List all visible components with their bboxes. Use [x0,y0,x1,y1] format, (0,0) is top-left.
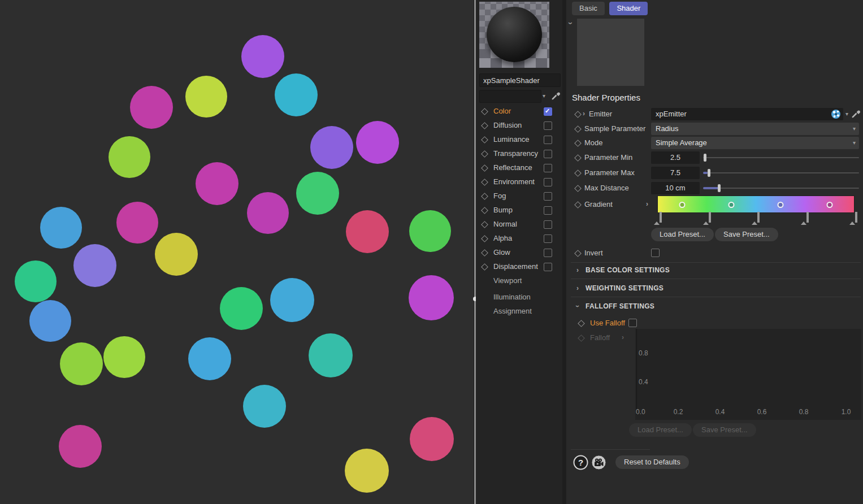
keyframe-diamond-icon[interactable] [481,122,488,129]
keyframe-diamond-icon[interactable] [481,207,488,214]
graph-x-tick: 0.2 [674,408,683,416]
channel-row[interactable]: Diffusion [476,119,562,132]
parameter-max-slider[interactable] [703,172,859,173]
keyframe-diamond-icon[interactable] [574,170,582,177]
keyframe-diamond-icon[interactable] [481,179,488,186]
gradient-knot[interactable] [751,213,760,221]
channel-checkbox[interactable] [544,249,552,257]
keyframe-diamond-icon[interactable] [481,164,488,172]
channel-row[interactable]: Fog [476,189,562,203]
channel-row[interactable]: Transparency [476,147,562,160]
shader-preview-box[interactable] [577,19,644,86]
channel-label: Transparency [493,149,538,158]
channel-row[interactable]: Reflectance [476,161,562,175]
gradient-midpoint-handle[interactable] [679,202,686,208]
max-distance-slider[interactable] [703,188,859,189]
keyframe-diamond-icon[interactable] [481,136,488,144]
chevron-down-icon[interactable]: ▾ [543,90,545,102]
gradient-knot[interactable] [849,213,858,221]
keyframe-diamond-icon[interactable] [574,140,582,147]
channel-row[interactable]: Normal [476,218,562,231]
keyframe-diamond-icon[interactable] [481,108,488,115]
parameter-min-input[interactable]: 2.5 [651,151,700,164]
keyframe-diamond-icon[interactable] [574,111,582,118]
gradient-expand-chevron-icon[interactable]: › [646,200,648,208]
gradient-knot[interactable] [800,213,809,221]
keyframe-diamond-icon[interactable] [574,125,582,133]
particle [346,210,389,253]
gradient-midpoint-handle[interactable] [777,202,783,208]
channel-label: Displacement [493,262,538,271]
gradient-knot[interactable] [653,213,662,221]
page-item-assignment[interactable]: Assignment [493,307,532,315]
tab-basic[interactable]: Basic [572,2,605,15]
channel-checkbox[interactable] [544,263,552,271]
eyedropper-icon[interactable] [551,91,561,101]
sample-parameter-dropdown[interactable]: Radius ▾ [651,123,859,135]
material-name-input[interactable] [479,73,561,87]
keyframe-diamond-icon[interactable] [574,201,582,208]
keyframe-diamond-icon[interactable] [574,154,582,162]
emitter-link-field[interactable]: xpEmitter [651,108,843,120]
page-item-illumination[interactable]: Illumination [493,293,531,301]
use-falloff-checkbox[interactable] [628,319,637,327]
load-preset-button[interactable]: Load Preset... [651,228,714,241]
keyframe-diamond-icon[interactable] [578,320,585,327]
channel-checkbox[interactable] [544,234,552,243]
channel-checkbox[interactable] [544,220,552,229]
gradient-bar[interactable] [657,195,855,213]
knot-color-swatch [806,212,809,223]
keyframe-diamond-icon[interactable] [481,221,488,228]
max-distance-input[interactable]: 10 cm [651,182,700,194]
keyframe-diamond-icon[interactable] [574,185,582,192]
gradient-midpoint-handle[interactable] [728,202,735,208]
slider-handle[interactable] [718,184,721,192]
keyframe-diamond-icon[interactable] [481,235,488,242]
invert-checkbox[interactable] [651,249,660,257]
keyframe-diamond-icon[interactable] [481,150,488,158]
falloff-save-preset-button: Save Preset... [693,423,756,437]
channel-row[interactable]: Bump [476,203,562,217]
page-item-viewport[interactable]: Viewport [493,276,522,285]
channel-row[interactable]: Glow [476,246,562,259]
channel-checkbox[interactable] [544,164,552,172]
chevron-down-icon[interactable]: ▾ [845,108,848,120]
channel-row[interactable]: Luminance [476,133,562,146]
section-base-color[interactable]: › BASE COLOR SETTINGS [566,264,863,278]
shader-space-dropdown[interactable] [479,90,541,103]
slider-handle[interactable] [704,154,706,162]
parameter-max-input[interactable]: 7.5 [651,167,700,179]
channel-row[interactable]: Environment [476,175,562,189]
material-preview[interactable] [479,2,549,68]
save-preset-button[interactable]: Save Preset... [715,228,778,241]
gradient-midpoint-handle[interactable] [826,202,832,208]
parameter-min-slider[interactable] [703,157,859,158]
channel-row[interactable]: Color [476,105,562,118]
mode-dropdown[interactable]: Simple Average ▾ [651,137,859,149]
keyframe-diamond-icon[interactable] [574,250,582,257]
channel-checkbox[interactable] [544,136,552,144]
preview-collapse-chevron-icon[interactable]: › [566,22,575,25]
section-falloff[interactable]: › FALLOFF SETTINGS [566,301,863,314]
row-falloff-presets: Load Preset... Save Preset... [566,423,863,437]
keyframe-diamond-icon[interactable] [481,263,488,271]
expand-chevron-icon[interactable]: › [583,110,585,118]
reset-to-defaults-button[interactable]: Reset to Defaults [615,455,689,469]
section-weighting[interactable]: › WEIGHTING SETTINGS [566,283,863,296]
slider-handle[interactable] [708,169,710,177]
channel-checkbox[interactable] [544,192,552,201]
channel-checkbox[interactable] [544,121,552,130]
keyframe-diamond-icon[interactable] [481,249,488,257]
help-icon[interactable]: ? [573,455,588,470]
gradient-knot[interactable] [702,213,712,221]
channel-checkbox[interactable] [544,206,552,215]
channel-row[interactable]: Alpha [476,232,562,245]
channel-checkbox[interactable] [544,150,552,158]
channel-row[interactable]: Displacement [476,260,562,273]
channel-checkbox[interactable] [544,178,552,186]
channel-checkbox[interactable] [544,107,552,116]
tab-shader[interactable]: Shader [609,2,648,15]
keyframe-diamond-icon[interactable] [481,193,488,200]
eyedropper-icon[interactable] [851,109,861,119]
video-camera-icon[interactable] [591,455,606,470]
